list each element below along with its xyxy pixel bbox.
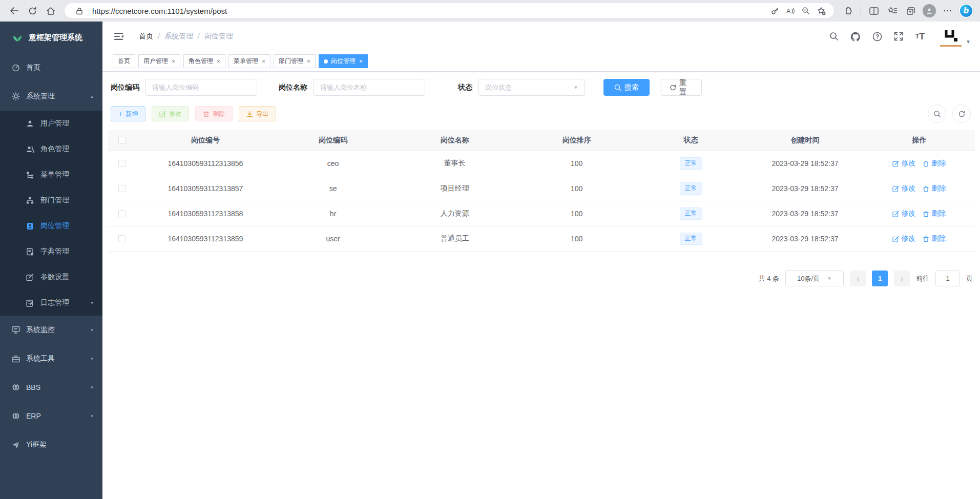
sidebar-item-home[interactable]: 首页 — [0, 53, 102, 82]
sidebar-item-yi-framework[interactable]: Yi框架 — [0, 430, 102, 459]
row-edit-link[interactable]: 修改 — [892, 234, 915, 243]
row-edit-link[interactable]: 修改 — [892, 209, 915, 218]
sidebar-item-bbs[interactable]: BBS ▾ — [0, 373, 102, 402]
sidebar-item-menu-manage[interactable]: 菜单管理 — [0, 162, 102, 188]
add-favorite-star-icon[interactable] — [814, 4, 829, 18]
row-delete-link[interactable]: 删除 — [923, 209, 946, 218]
sidebar-toggle-icon[interactable] — [110, 28, 128, 45]
github-icon[interactable] — [849, 30, 862, 43]
page-size-select[interactable]: 10条/页 ▼ — [785, 271, 844, 286]
modify-button[interactable]: 修改 — [152, 106, 189, 121]
row-edit-link[interactable]: 修改 — [892, 184, 915, 193]
browser-profile-avatar[interactable] — [921, 2, 938, 19]
sidebar-item-log-manage[interactable]: 日志管理 ▾ — [0, 290, 102, 316]
sidebar-item-user-manage[interactable]: 用户管理 — [0, 111, 102, 136]
sidebar-item-system-tools[interactable]: 系统工具 ▾ — [0, 344, 102, 373]
breadcrumb-home[interactable]: 首页 — [139, 32, 153, 41]
tab-dept-manage[interactable]: 部门管理 × — [274, 54, 316, 68]
browser-refresh-button[interactable] — [24, 2, 41, 19]
edit-icon — [892, 160, 899, 167]
search-icon — [614, 84, 621, 91]
lock-icon — [72, 4, 87, 18]
row-checkbox[interactable] — [118, 210, 126, 217]
breadcrumb-section[interactable]: 系统管理 — [164, 32, 193, 41]
export-button-label: 导出 — [256, 110, 268, 118]
collections-icon[interactable] — [902, 2, 920, 19]
paper-plane-icon — [11, 441, 20, 449]
breadcrumb-separator: / — [198, 32, 200, 40]
dashboard-icon — [11, 64, 20, 72]
main-area: 首页 / 系统管理 / 岗位管理 ? TT — [102, 22, 980, 499]
sidebar-item-post-manage[interactable]: 岗位管理 — [0, 213, 102, 239]
delete-button-label: 删除 — [213, 110, 225, 118]
row-checkbox[interactable] — [118, 235, 126, 242]
show-search-toggle-button[interactable] — [928, 105, 946, 123]
zoom-out-icon[interactable] — [798, 4, 814, 18]
address-bar[interactable]: https://ccnetcore.com:1101/system/post A — [65, 3, 834, 18]
row-delete-link[interactable]: 删除 — [923, 159, 946, 168]
post-name-input[interactable] — [314, 79, 425, 96]
close-icon[interactable]: × — [359, 58, 363, 65]
page-size-value: 10条/页 — [797, 274, 820, 283]
page-number-1[interactable]: 1 — [872, 271, 888, 286]
close-icon[interactable]: × — [217, 58, 220, 65]
tab-menu-manage[interactable]: 菜单管理 × — [228, 54, 270, 68]
row-edit-link[interactable]: 修改 — [892, 159, 915, 168]
sidebar-item-dict-manage[interactable]: 字典管理 — [0, 239, 102, 264]
tab-role-manage[interactable]: 角色管理 × — [183, 54, 225, 68]
prev-page-button[interactable]: ‹ — [850, 271, 866, 286]
browser-settings-menu-icon[interactable]: ⋯ — [939, 2, 956, 19]
trash-icon — [923, 160, 929, 167]
row-checkbox[interactable] — [118, 185, 126, 192]
read-aloud-icon[interactable]: A — [783, 4, 798, 18]
sidebar-item-param-settings[interactable]: 参数设置 — [0, 264, 102, 290]
tab-post-manage[interactable]: 岗位管理 × — [319, 54, 368, 68]
sidebar-item-label: 日志管理 — [40, 298, 69, 307]
help-icon[interactable]: ? — [870, 30, 884, 43]
add-button[interactable]: + 新增 — [111, 106, 145, 121]
user-avatar[interactable]: ▼ — [940, 26, 971, 47]
sidebar-item-erp[interactable]: ERP ▾ — [0, 402, 102, 430]
close-icon[interactable]: × — [262, 58, 265, 65]
chevron-down-icon: ▾ — [91, 356, 93, 361]
tab-home[interactable]: 首页 — [113, 54, 135, 68]
refresh-table-button[interactable] — [952, 105, 971, 123]
goto-page-input[interactable] — [935, 271, 960, 286]
bing-chat-icon[interactable]: b — [957, 2, 975, 19]
row-delete-link[interactable]: 删除 — [923, 234, 946, 243]
sidebar-item-dept-manage[interactable]: 部门管理 — [0, 188, 102, 213]
close-icon[interactable]: × — [307, 58, 310, 65]
split-screen-icon[interactable] — [865, 2, 883, 19]
select-all-checkbox[interactable] — [118, 137, 126, 144]
fullscreen-icon[interactable] — [892, 30, 905, 43]
cell-post-id: 1641030593112313859 — [136, 235, 275, 243]
delete-button[interactable]: 删除 — [195, 106, 233, 121]
post-code-input[interactable] — [145, 79, 257, 96]
sidebar-item-system-manage[interactable]: 系统管理 ▴ — [0, 82, 102, 111]
tab-user-manage[interactable]: 用户管理 × — [138, 54, 180, 68]
caret-down-icon: ▼ — [966, 39, 971, 47]
extensions-icon[interactable] — [839, 2, 857, 19]
browser-back-button[interactable] — [5, 2, 23, 19]
status-select[interactable]: 岗位状态 ▼ — [478, 79, 585, 96]
row-checkbox[interactable] — [118, 160, 126, 167]
password-key-icon[interactable] — [767, 4, 783, 18]
next-page-button[interactable]: › — [894, 271, 910, 286]
sidebar-item-label: 系统监控 — [26, 325, 55, 335]
breadcrumb: 首页 / 系统管理 / 岗位管理 — [139, 32, 233, 41]
export-button[interactable]: 导出 — [239, 106, 276, 121]
reset-button[interactable]: 重置 — [661, 79, 702, 96]
search-button[interactable]: 搜索 — [603, 79, 650, 96]
edit-icon — [892, 236, 899, 242]
favorites-bar-icon[interactable] — [884, 2, 901, 19]
sidebar-item-system-monitor[interactable]: 系统监控 ▾ — [0, 316, 102, 344]
close-icon[interactable]: × — [172, 58, 175, 65]
browser-home-button[interactable] — [42, 2, 59, 19]
row-delete-link[interactable]: 删除 — [923, 184, 946, 193]
tab-label: 用户管理 — [143, 57, 168, 66]
trash-icon — [923, 211, 929, 217]
search-icon[interactable] — [827, 30, 841, 43]
sidebar-item-role-manage[interactable]: 角色管理 — [0, 136, 102, 162]
font-size-icon[interactable]: TT — [913, 30, 927, 43]
tab-label: 角色管理 — [189, 57, 213, 66]
